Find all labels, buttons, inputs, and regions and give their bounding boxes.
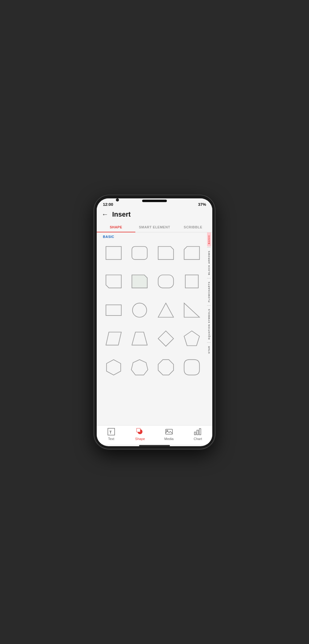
side-divider-1: [207, 247, 211, 248]
svg-point-20: [167, 430, 168, 431]
shape-rounded-rectangle[interactable]: [128, 241, 152, 265]
shape-pentagon[interactable]: [180, 327, 204, 351]
svg-text:T: T: [109, 430, 112, 434]
section-label-basic: BASIC: [102, 235, 210, 239]
svg-marker-11: [184, 331, 200, 346]
svg-point-5: [133, 303, 147, 317]
shapes-row-2: [102, 270, 210, 294]
side-labels: BASIC BLOCK ARROWS FLOWCHARTS EQUATION S…: [205, 232, 212, 425]
shape-snipped-rectangle[interactable]: [154, 241, 178, 265]
shape-diamond[interactable]: [154, 327, 178, 351]
home-indicator: [139, 445, 170, 446]
phone-frame: 12:00 37% ← Insert SHAPE SMART ELEMENT S…: [94, 195, 215, 449]
status-battery: 37%: [198, 202, 206, 207]
shape-triangle[interactable]: [154, 298, 178, 322]
nav-item-text[interactable]: T Text: [97, 427, 126, 441]
svg-marker-12: [106, 359, 121, 375]
svg-rect-18: [137, 428, 140, 432]
svg-rect-22: [197, 430, 198, 435]
tab-shape[interactable]: SHAPE: [97, 222, 135, 232]
side-divider-2: [207, 278, 211, 278]
phone-screen: 12:00 37% ← Insert SHAPE SMART ELEMENT S…: [97, 198, 212, 446]
shape-trapezoid[interactable]: [128, 327, 152, 351]
nav-item-media[interactable]: Media: [154, 427, 184, 441]
svg-marker-7: [184, 303, 200, 317]
side-divider-4: [207, 342, 211, 343]
shapes-main: BASIC: [97, 232, 212, 425]
shape-octagon[interactable]: [154, 355, 178, 379]
shape-cut-corner-tr[interactable]: [128, 270, 152, 294]
shape-rounded-large[interactable]: [154, 270, 178, 294]
shape-circle[interactable]: [128, 298, 152, 322]
side-label-star[interactable]: STAR: [207, 343, 211, 356]
shape-rounded-octagon[interactable]: [180, 355, 204, 379]
tab-scribble[interactable]: SCRIBBLE: [174, 222, 212, 232]
shape-nav-icon: [136, 427, 144, 436]
svg-marker-13: [131, 359, 148, 375]
svg-rect-21: [194, 432, 196, 435]
shape-parallelogram[interactable]: [102, 327, 125, 351]
chart-icon: [193, 427, 202, 436]
header: ← Insert: [97, 208, 212, 222]
speaker: [142, 200, 167, 202]
content-area: BASIC: [97, 232, 212, 425]
tabs-container: SHAPE SMART ELEMENT SCRIBBLE: [97, 222, 212, 232]
nav-item-shape[interactable]: Shape: [126, 427, 155, 441]
svg-rect-4: [106, 305, 121, 315]
nav-label-text: Text: [108, 437, 114, 441]
shapes-row-3: [102, 298, 210, 322]
shapes-row-4: [102, 327, 210, 351]
shape-hexagon[interactable]: [102, 355, 125, 379]
svg-rect-3: [185, 275, 198, 288]
svg-rect-1: [132, 246, 147, 259]
svg-rect-0: [106, 246, 121, 259]
shape-snipped-rectangle-2[interactable]: [180, 241, 204, 265]
status-time: 12:00: [103, 202, 113, 207]
svg-marker-14: [158, 359, 173, 375]
side-label-basic[interactable]: BASIC: [207, 232, 211, 247]
shapes-row-5: [102, 355, 210, 379]
shape-heptagon[interactable]: [128, 355, 152, 379]
side-label-block-arrows[interactable]: BLOCK ARROWS: [207, 248, 211, 278]
svg-rect-2: [158, 275, 173, 288]
nav-item-chart[interactable]: Chart: [184, 427, 213, 441]
side-label-flowcharts[interactable]: FLOWCHARTS: [207, 279, 211, 305]
nav-label-shape: Shape: [135, 437, 145, 441]
shape-rectangle-sm[interactable]: [102, 298, 125, 322]
camera: [116, 198, 119, 201]
side-label-equation[interactable]: EQUATION SYMBOLS: [207, 306, 211, 342]
side-divider-3: [207, 305, 211, 306]
shape-square[interactable]: [180, 270, 204, 294]
shape-rectangle[interactable]: [102, 241, 125, 265]
nav-label-chart: Chart: [194, 437, 202, 441]
text-icon: T: [107, 427, 116, 436]
svg-marker-10: [158, 331, 173, 346]
nav-label-media: Media: [164, 437, 174, 441]
bottom-nav: T Text Shape: [97, 425, 212, 444]
back-button[interactable]: ←: [102, 210, 108, 218]
svg-marker-8: [106, 332, 121, 345]
shape-cut-corner-bl[interactable]: [102, 270, 125, 294]
svg-marker-9: [132, 332, 147, 345]
svg-marker-6: [158, 303, 173, 317]
media-icon: [165, 427, 173, 436]
page-title: Insert: [112, 210, 131, 218]
shapes-row-1: [102, 241, 210, 265]
tab-smart-element[interactable]: SMART ELEMENT: [135, 222, 174, 232]
shape-right-triangle[interactable]: [180, 298, 204, 322]
svg-rect-23: [199, 429, 201, 435]
